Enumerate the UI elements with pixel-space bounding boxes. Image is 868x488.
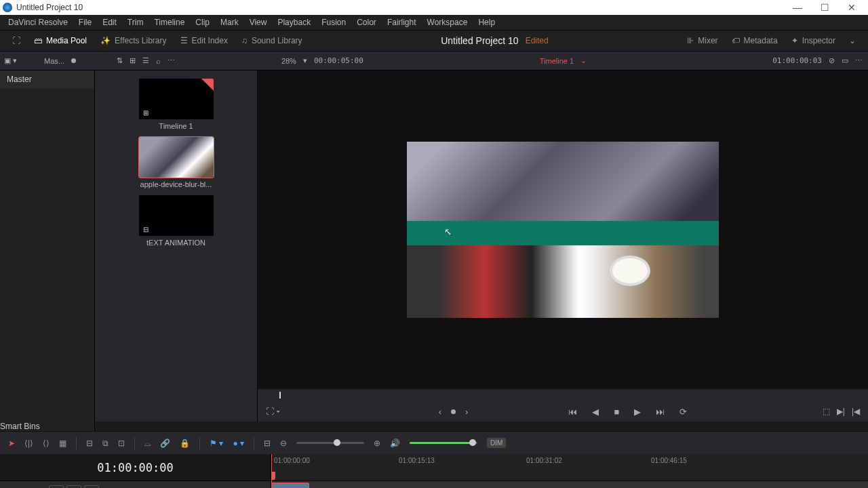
menu-playback[interactable]: Playback	[272, 18, 316, 27]
go-out-icon[interactable]: |◀	[852, 407, 860, 416]
viewer-options-icon[interactable]: ⋯	[855, 56, 863, 65]
marker-icon[interactable]: ● ▾	[233, 439, 244, 448]
play-icon[interactable]: ▶	[629, 407, 646, 417]
menu-color[interactable]: Color	[351, 18, 382, 27]
chevron-down-icon[interactable]: ⌄	[842, 30, 863, 51]
zoom-level[interactable]: 28%	[281, 57, 296, 65]
retime-icon[interactable]: ⌓	[144, 439, 151, 448]
scrub-bar[interactable]	[258, 389, 868, 401]
metadata-button[interactable]: 🏷Metadata	[725, 30, 785, 51]
menu-edit[interactable]: Edit	[97, 18, 122, 27]
menu-view[interactable]: View	[244, 18, 273, 27]
menu-clip[interactable]: Clip	[190, 18, 215, 27]
maximize-button[interactable]: ☐	[811, 2, 838, 13]
sort-icon[interactable]: ⇅	[117, 56, 123, 65]
stop-icon[interactable]: ■	[608, 407, 625, 417]
master-bin[interactable]: Master	[0, 70, 94, 88]
snap-icon[interactable]: ⊟	[264, 439, 271, 448]
append-icon[interactable]: ⊟	[86, 439, 93, 448]
smart-bins[interactable]: Smart Bins	[0, 422, 95, 431]
timeline-icon: ⊞	[143, 109, 149, 117]
media-item-clip[interactable]: apple-device-blur-bl...	[139, 137, 214, 188]
loop-icon[interactable]: ⟳	[674, 407, 692, 417]
go-in-icon[interactable]: ▶|	[837, 407, 845, 416]
flag-icon[interactable]: ⚑ ▾	[210, 439, 223, 448]
prev-icon[interactable]: ‹	[433, 407, 447, 417]
viewer-timecode: 01:00:00:03	[772, 56, 822, 65]
timeline-panel: 01:00:00:00 V2 🔒◇ V1 🔒◇ A1 🔒⊙SM 1.0 A2 🔒…	[0, 454, 868, 488]
menu-timeline[interactable]: Timeline	[149, 18, 190, 27]
grid-view-icon[interactable]: ⊞	[130, 56, 136, 65]
fullscreen-icon[interactable]: ⛶	[5, 30, 27, 51]
menu-trim[interactable]: Trim	[122, 18, 149, 27]
menu-help[interactable]: Help	[473, 18, 500, 27]
effects-library-button[interactable]: ✨ Effects Library	[94, 30, 173, 51]
options-icon[interactable]: ⋯	[167, 56, 175, 65]
media-label: tEXT ANIMATION	[139, 239, 214, 247]
jog-dot[interactable]	[451, 409, 456, 414]
search-icon[interactable]: ⌕	[156, 57, 161, 65]
trim-tool-icon[interactable]: ⟨⟩	[43, 439, 50, 448]
media-pool-button[interactable]: 🗃 Media Pool	[27, 30, 94, 51]
menu-mark[interactable]: Mark	[215, 18, 244, 27]
auto-icon[interactable]: ◇	[66, 485, 81, 489]
main-body: Master ⊞ Timeline 1 apple-device-blur-bl…	[0, 70, 868, 422]
track-row-v2[interactable]: ⊟tEX...	[271, 481, 868, 488]
skip-back-icon[interactable]: ⏮	[563, 407, 583, 417]
preview-frame[interactable]: ↖	[407, 142, 719, 318]
arrow-tool-icon[interactable]: ➤	[8, 439, 15, 448]
edit-index-button[interactable]: ☰ Edit Index	[174, 30, 235, 51]
project-title: Untitled Project 10	[441, 35, 518, 46]
cursor-icon: ↖	[444, 226, 452, 237]
timeline-timecode[interactable]: 01:00:00:00	[0, 454, 271, 481]
match-frame-icon[interactable]: ⛶ ▾	[266, 407, 280, 416]
menu-fusion[interactable]: Fusion	[316, 18, 351, 27]
inspector-button[interactable]: ✦Inspector	[785, 30, 842, 51]
single-viewer-icon[interactable]: ▭	[842, 56, 848, 65]
layout-icon[interactable]: ▣ ▾	[4, 56, 17, 65]
disable-icon[interactable]	[84, 485, 99, 489]
next-icon[interactable]: ›	[460, 407, 473, 417]
media-item-timeline[interactable]: ⊞ Timeline 1	[139, 79, 214, 130]
media-pool-icon: 🗃	[34, 36, 42, 45]
zoom-in-icon[interactable]: ⊕	[374, 439, 380, 448]
replace-icon[interactable]: ⊡	[118, 439, 125, 448]
lock-icon[interactable]: 🔒	[49, 485, 64, 489]
blade-tool-icon[interactable]: ⟨|⟩	[24, 439, 33, 448]
close-button[interactable]: ✕	[838, 2, 865, 13]
timeline-body[interactable]: 01:00:00:00 01:00:15:13 01:00:31:02 01:0…	[271, 454, 868, 488]
mixer-button[interactable]: ⊪Mixer	[680, 30, 724, 51]
track-v2[interactable]: V2 🔒◇	[0, 481, 271, 488]
dim-button[interactable]: DIM	[487, 438, 506, 448]
in-out-icon[interactable]: ⬚	[823, 407, 830, 416]
timeline-ruler[interactable]: 01:00:00:00 01:00:15:13 01:00:31:02 01:0…	[271, 454, 868, 481]
menu-file[interactable]: File	[73, 18, 97, 27]
volume-slider[interactable]	[410, 442, 477, 444]
volume-icon[interactable]: 🔊	[390, 439, 400, 448]
menu-bar: DaVinci Resolve File Edit Trim Timeline …	[0, 15, 868, 30]
link-icon[interactable]: 🔗	[160, 439, 170, 448]
minimize-button[interactable]: —	[784, 2, 811, 13]
sparkle-icon: ✨	[100, 36, 111, 45]
insert-icon[interactable]: ▦	[59, 439, 66, 448]
menu-davinci[interactable]: DaVinci Resolve	[3, 18, 73, 27]
play-reverse-icon[interactable]: ◀	[587, 407, 604, 417]
menu-fairlight[interactable]: Fairlight	[382, 18, 422, 27]
zoom-out-icon[interactable]: ⊖	[280, 439, 287, 448]
lock-icon[interactable]: 🔒	[180, 439, 190, 448]
skip-forward-icon[interactable]: ⏭	[650, 407, 670, 417]
ripple-icon[interactable]: ⧉	[102, 439, 108, 448]
list-view-icon[interactable]: ☰	[142, 56, 149, 65]
clip-text-animation[interactable]: ⊟tEX...	[271, 483, 309, 488]
preview-area: ↖	[258, 70, 868, 389]
menu-workspace[interactable]: Workspace	[422, 18, 473, 27]
slider-dot[interactable]	[71, 58, 76, 63]
bin-dropdown[interactable]: Mas...	[44, 57, 64, 65]
playhead[interactable]	[271, 454, 272, 488]
timeline-selector[interactable]: Timeline 1	[540, 57, 574, 65]
media-label: apple-device-blur-bl...	[139, 180, 214, 188]
bypass-icon[interactable]: ⊘	[829, 56, 835, 65]
sound-library-button[interactable]: ♫ Sound Library	[235, 30, 309, 51]
media-item-comp[interactable]: ⊟ tEXT ANIMATION	[139, 195, 214, 247]
zoom-slider[interactable]	[296, 442, 364, 444]
